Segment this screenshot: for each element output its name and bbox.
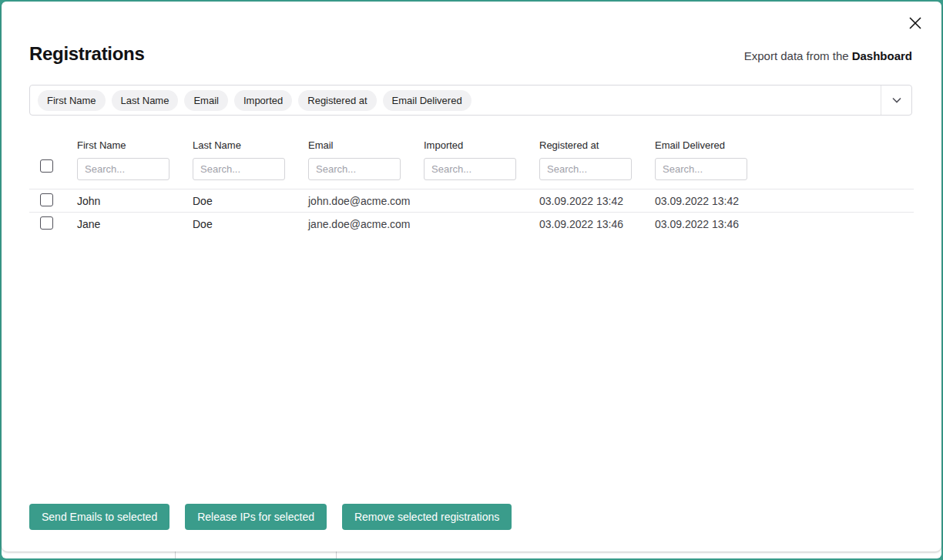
column-header-first-name: First Name xyxy=(77,139,193,151)
column-header-email-delivered: Email Delivered xyxy=(655,139,770,151)
chevron-down-icon xyxy=(892,97,901,103)
column-header-last-name: Last Name xyxy=(193,139,308,151)
registrations-table: First Name Last Name Email Imported Regi… xyxy=(29,139,914,235)
search-input-email[interactable] xyxy=(308,158,401,180)
column-header-email: Email xyxy=(308,139,424,151)
column-header-imported: Imported xyxy=(424,139,539,151)
filter-pill-last-name[interactable]: Last Name xyxy=(112,90,179,111)
background-divider xyxy=(336,551,337,558)
filter-pill-email[interactable]: Email xyxy=(184,90,228,111)
table-row: John Doe john.doe@acme.com 03.09.2022 13… xyxy=(29,189,914,212)
search-input-imported[interactable] xyxy=(424,158,516,180)
background-divider xyxy=(175,551,176,558)
filter-bar: First Name Last Name Email Imported Regi… xyxy=(29,85,912,116)
filter-pill-list: First Name Last Name Email Imported Regi… xyxy=(30,90,881,111)
release-ips-button[interactable]: Release IPs for selected xyxy=(185,504,327,530)
cell-registered-at: 03.09.2022 13:46 xyxy=(539,218,655,230)
cell-email: john.doe@acme.com xyxy=(308,195,424,207)
search-input-email-delivered[interactable] xyxy=(655,158,747,180)
select-all-checkbox[interactable] xyxy=(40,159,53,173)
filter-pill-first-name[interactable]: First Name xyxy=(38,90,106,111)
cell-email-delivered: 03.09.2022 13:46 xyxy=(655,218,770,230)
cell-last-name: Doe xyxy=(193,218,308,230)
cell-last-name: Doe xyxy=(193,195,308,207)
cell-first-name: Jane xyxy=(77,218,193,230)
export-hint: Export data from theDashboard xyxy=(744,49,912,62)
filter-pill-imported[interactable]: Imported xyxy=(234,90,292,111)
search-input-first-name[interactable] xyxy=(77,158,169,180)
row-checkbox[interactable] xyxy=(40,216,53,230)
cell-registered-at: 03.09.2022 13:42 xyxy=(539,195,655,207)
column-header-registered-at: Registered at xyxy=(539,139,655,151)
registrations-modal: Registrations Export data from theDashbo… xyxy=(2,2,941,552)
export-hint-text: Export data from the xyxy=(744,49,849,62)
cell-email: jane.doe@acme.com xyxy=(308,218,424,230)
cell-email-delivered: 03.09.2022 13:42 xyxy=(655,195,770,207)
remove-registrations-button[interactable]: Remove selected registrations xyxy=(342,504,512,530)
send-emails-button[interactable]: Send Emails to selected xyxy=(29,504,169,530)
filter-pill-registered-at[interactable]: Registered at xyxy=(298,90,376,111)
modal-header: Registrations Export data from theDashbo… xyxy=(29,43,912,65)
close-icon[interactable] xyxy=(904,12,926,34)
page-title: Registrations xyxy=(29,43,144,65)
search-input-registered-at[interactable] xyxy=(539,158,632,180)
table-row: Jane Doe jane.doe@acme.com 03.09.2022 13… xyxy=(29,212,914,235)
row-checkbox[interactable] xyxy=(40,193,53,206)
filter-pill-email-delivered[interactable]: Email Delivered xyxy=(383,90,472,111)
search-input-last-name[interactable] xyxy=(193,158,285,180)
cell-first-name: John xyxy=(77,195,193,207)
filter-dropdown-toggle[interactable] xyxy=(881,86,911,115)
dashboard-link[interactable]: Dashboard xyxy=(852,49,912,62)
table-header: First Name Last Name Email Imported Regi… xyxy=(29,139,914,189)
bulk-actions: Send Emails to selected Release IPs for … xyxy=(29,504,512,530)
close-icon xyxy=(908,16,922,30)
